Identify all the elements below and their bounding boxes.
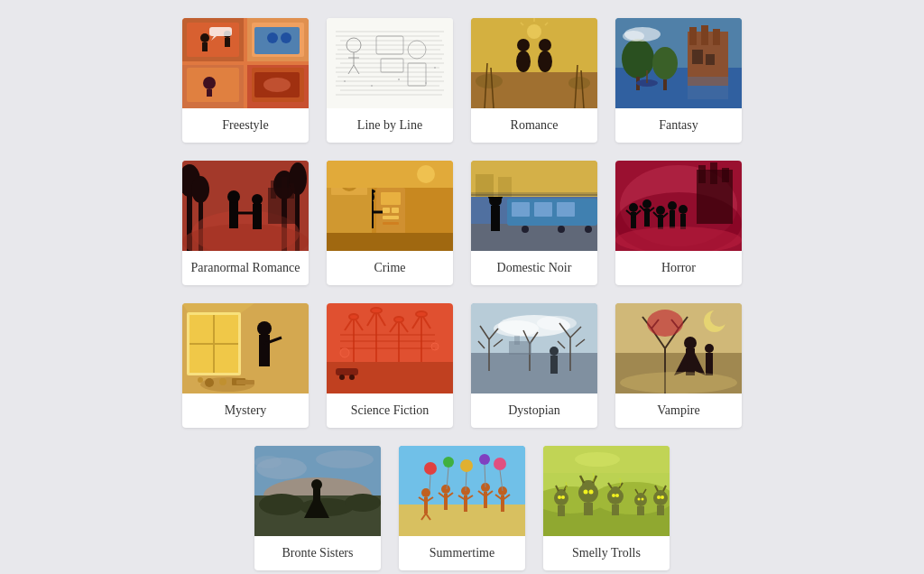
genre-card-dystopian[interactable]: Dystopian [471, 303, 597, 428]
svg-point-47 [344, 80, 346, 82]
genre-card-summertime[interactable]: Summertime [399, 446, 525, 570]
genre-card-domestic-noir[interactable]: Domestic Noir [471, 161, 597, 285]
genre-image-romance [471, 18, 597, 108]
svg-point-55 [516, 51, 531, 72]
svg-rect-135 [557, 202, 575, 217]
genre-label-crime: Crime [327, 251, 453, 285]
svg-rect-13 [209, 27, 232, 36]
genre-card-smelly-trolls[interactable]: Smelly Trolls [543, 446, 670, 570]
svg-point-48 [371, 85, 373, 87]
svg-rect-131 [471, 224, 597, 251]
svg-point-209 [431, 343, 439, 350]
svg-point-261 [345, 494, 381, 512]
genre-card-romance[interactable]: Romance [471, 18, 597, 143]
svg-point-92 [191, 176, 209, 203]
genre-label-fantasy: Fantasy [615, 108, 742, 143]
svg-point-200 [394, 317, 403, 322]
genre-label-freestyle: Freestyle [182, 108, 309, 143]
svg-point-137 [558, 226, 565, 233]
svg-point-156 [642, 199, 651, 208]
svg-point-248 [684, 337, 697, 349]
svg-rect-247 [686, 348, 695, 375]
svg-point-340 [657, 495, 661, 499]
svg-point-57 [538, 51, 552, 72]
svg-rect-329 [637, 506, 644, 515]
genre-card-freestyle[interactable]: Freestyle [182, 18, 309, 143]
genre-label-horror: Horror [615, 251, 742, 285]
genre-image-smelly-trolls [543, 446, 670, 536]
genre-image-domestic-noir [471, 161, 597, 251]
svg-point-78 [622, 39, 654, 79]
svg-point-250 [705, 344, 714, 353]
svg-point-49 [398, 79, 400, 80]
svg-point-17 [281, 32, 291, 43]
genre-image-dystopian [471, 303, 597, 393]
svg-rect-271 [424, 497, 428, 514]
svg-point-233 [550, 347, 559, 356]
genre-image-summertime [399, 446, 525, 536]
svg-point-56 [517, 39, 530, 51]
svg-point-162 [679, 205, 688, 214]
svg-point-263 [311, 479, 322, 490]
svg-point-327 [615, 494, 619, 497]
svg-rect-115 [383, 222, 399, 225]
svg-rect-107 [289, 183, 294, 199]
svg-rect-111 [381, 192, 401, 205]
svg-point-138 [585, 226, 592, 233]
svg-point-178 [257, 321, 272, 336]
svg-rect-82 [688, 77, 728, 99]
svg-point-59 [476, 74, 503, 88]
svg-point-9 [200, 33, 209, 42]
genre-image-mystery [182, 303, 309, 393]
genre-card-crime[interactable]: Crime [327, 161, 453, 285]
svg-point-312 [558, 495, 561, 499]
genre-label-science-fiction: Science Fiction [327, 393, 453, 428]
genre-image-paranormal-romance [182, 161, 309, 251]
genre-image-freestyle [182, 18, 309, 108]
genre-label-vampire: Vampire [615, 393, 742, 428]
svg-point-294 [460, 459, 473, 472]
genre-image-vampire [615, 303, 742, 393]
genre-image-science-fiction [327, 303, 453, 393]
genre-card-vampire[interactable]: Vampire [615, 303, 742, 428]
svg-point-160 [668, 201, 677, 210]
svg-point-270 [421, 488, 430, 497]
svg-point-79 [652, 47, 678, 79]
svg-rect-133 [512, 202, 530, 217]
genre-card-line-by-line[interactable]: Line by Line [327, 18, 453, 143]
svg-rect-269 [399, 505, 525, 536]
genre-card-paranormal-romance[interactable]: Paranormal Romance [182, 161, 309, 285]
genre-label-smelly-trolls: Smelly Trolls [543, 536, 670, 570]
genre-label-romance: Romance [471, 108, 597, 143]
svg-point-181 [205, 378, 214, 387]
svg-point-313 [561, 495, 565, 499]
svg-rect-281 [464, 495, 467, 512]
genre-label-bronte-sisters: Bronte Sisters [254, 536, 381, 570]
svg-point-100 [227, 190, 240, 203]
svg-point-293 [443, 457, 454, 468]
genre-image-fantasy [615, 18, 742, 108]
svg-rect-10 [202, 42, 208, 51]
svg-point-196 [371, 308, 382, 313]
genre-card-science-fiction[interactable]: Science Fiction [327, 303, 453, 428]
genre-card-bronte-sisters[interactable]: Bronte Sisters [254, 446, 381, 570]
genre-label-domestic-noir: Domestic Noir [471, 251, 597, 285]
svg-point-136 [522, 226, 529, 233]
svg-rect-185 [236, 380, 254, 384]
genre-card-horror[interactable]: Horror [615, 161, 742, 285]
svg-rect-125 [327, 233, 453, 251]
svg-point-102 [252, 194, 263, 205]
last-row: Bronte Sisters [182, 446, 742, 570]
genre-label-line-by-line: Line by Line [327, 108, 453, 143]
svg-rect-336 [657, 505, 664, 515]
svg-rect-77 [706, 54, 715, 65]
svg-rect-81 [663, 79, 667, 90]
svg-rect-308 [558, 505, 565, 516]
svg-point-60 [568, 77, 590, 89]
svg-rect-134 [534, 202, 552, 217]
genre-image-horror [615, 161, 742, 251]
genre-label-mystery: Mystery [182, 393, 309, 428]
svg-point-330 [637, 493, 644, 498]
genre-card-mystery[interactable]: Mystery [182, 303, 309, 428]
genre-card-fantasy[interactable]: Fantasy [615, 18, 742, 143]
